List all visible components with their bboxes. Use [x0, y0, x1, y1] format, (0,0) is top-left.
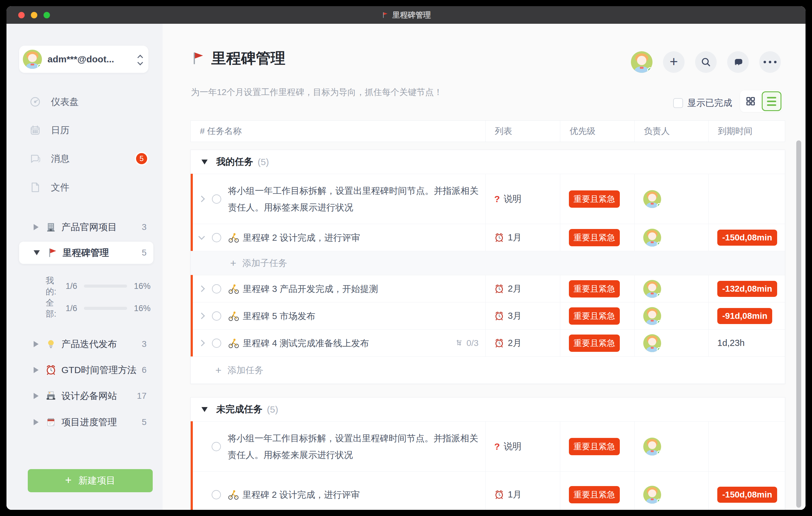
current-user-avatar[interactable] [631, 51, 652, 73]
list-view-button[interactable] [762, 91, 781, 111]
task-due-cell[interactable]: -150d,08min [708, 471, 785, 510]
more-button[interactable] [759, 51, 781, 73]
group-header[interactable]: 我的任务 (5) [191, 150, 785, 174]
priority-badge: 重要且紧急 [569, 335, 620, 352]
task-list-cell[interactable]: 3月 [485, 303, 560, 329]
task-list-cell[interactable]: 1月 [485, 224, 560, 251]
task-priority-cell[interactable]: 重要且紧急 [560, 471, 634, 510]
progress-bar [84, 285, 127, 288]
expand-chevron-icon[interactable] [198, 313, 205, 319]
task-list-cell[interactable]: ? 说明 [485, 174, 560, 224]
expand-arrow-icon[interactable] [34, 341, 38, 347]
add-subtask-row[interactable]: + 添加子任务 [191, 251, 785, 275]
task-priority-cell[interactable]: 重要且紧急 [560, 275, 634, 302]
task-complete-circle[interactable] [212, 339, 221, 348]
task-priority-cell[interactable]: 重要且紧急 [560, 174, 634, 224]
column-header-list[interactable]: 列表 [485, 121, 560, 142]
table-row[interactable]: 里程碑 2 设计完成，进行评审 1月 重要且紧急 -150d,08min [191, 224, 785, 251]
task-complete-circle[interactable] [212, 442, 221, 451]
grid-view-button[interactable] [741, 91, 760, 111]
zoom-window-button[interactable] [44, 12, 50, 18]
expand-arrow-icon[interactable] [34, 419, 38, 425]
task-due-cell[interactable] [708, 174, 785, 224]
task-due-cell[interactable]: 1d,23h [708, 329, 785, 356]
minimize-window-button[interactable] [31, 12, 37, 18]
expand-chevron-icon[interactable] [198, 285, 205, 292]
task-list-cell[interactable]: 2月 [485, 275, 560, 302]
project-item-milestone[interactable]: 里程碑管理 5 [19, 242, 153, 264]
page-subtitle: 为一年12个月设置工作里程碑，目标为导向，抓住每个关键节点！ [191, 86, 442, 98]
task-complete-circle[interactable] [212, 284, 221, 293]
priority-badge: 重要且紧急 [569, 486, 620, 503]
task-assignee-cell[interactable] [634, 174, 708, 224]
project-item-iteration[interactable]: 产品迭代发布 3 [19, 334, 153, 354]
column-header-due[interactable]: 到期时间 [708, 121, 785, 142]
task-assignee-cell[interactable] [634, 275, 708, 302]
project-item-gtd[interactable]: GTD时间管理方法 6 [19, 360, 153, 380]
task-assignee-cell[interactable] [634, 329, 708, 356]
project-item-official-site[interactable]: 产品官网项目 3 [19, 217, 153, 237]
new-project-button[interactable]: + 新建项目 [28, 469, 153, 492]
progress-label: 我的: [46, 275, 62, 297]
collapse-chevron-icon[interactable] [198, 233, 205, 240]
close-window-button[interactable] [18, 12, 25, 18]
column-header-assignee[interactable]: 负责人 [634, 121, 708, 142]
column-header-name[interactable]: # 任务名称 [191, 121, 485, 142]
table-row[interactable]: 里程碑 3 产品开发完成，开始提测 2月 重要且紧急 -132d,08min [191, 275, 785, 302]
group-header[interactable]: 未完成任务 (5) [191, 398, 785, 421]
task-due-cell[interactable] [708, 422, 785, 471]
sidebar-item-label: 仪表盘 [51, 96, 79, 108]
column-header-priority[interactable]: 优先级 [560, 121, 634, 142]
collapse-arrow-icon[interactable] [201, 160, 208, 165]
sidebar-item-calendar[interactable]: 日历 [29, 120, 153, 140]
show-completed-checkbox[interactable] [673, 98, 683, 108]
expand-chevron-icon[interactable] [198, 340, 205, 346]
expand-arrow-icon[interactable] [34, 367, 38, 373]
task-list-cell[interactable]: 1月 [485, 471, 560, 510]
table-row[interactable]: 里程碑 2 设计完成，进行评审 1月 重要且紧急 -150d,08min [191, 471, 785, 510]
sidebar-item-dashboard[interactable]: 仪表盘 [29, 92, 153, 112]
overdue-badge: -132d,08min [717, 281, 777, 297]
vertical-scrollbar[interactable] [796, 140, 801, 508]
search-button[interactable] [695, 51, 717, 73]
task-assignee-cell[interactable] [634, 422, 708, 471]
progress-ratio: 1/6 [66, 282, 78, 291]
sidebar-item-files[interactable]: 文件 [29, 177, 153, 197]
task-complete-circle[interactable] [212, 233, 221, 242]
project-item-design-sites[interactable]: 设计必备网站 17 [19, 386, 153, 406]
task-priority-cell[interactable]: 重要且紧急 [560, 422, 634, 471]
task-priority-cell[interactable]: 重要且紧急 [560, 224, 634, 251]
task-priority-cell[interactable]: 重要且紧急 [560, 303, 634, 329]
task-complete-circle[interactable] [212, 311, 221, 321]
user-account-selector[interactable]: adm***@doot... [19, 46, 148, 73]
task-assignee-cell[interactable] [634, 303, 708, 329]
task-title: 里程碑 4 测试完成准备线上发布 [243, 335, 369, 351]
list-label: 1月 [508, 231, 522, 244]
task-priority-cell[interactable]: 重要且紧急 [560, 329, 634, 356]
task-list-cell[interactable]: ? 说明 [485, 422, 560, 471]
expand-arrow-icon[interactable] [34, 224, 38, 230]
table-row[interactable]: 将小组一年工作目标拆解，设置出里程碑时间节点。并指派相关责任人。用标签来展示进行… [191, 174, 785, 224]
bulb-icon [45, 339, 56, 350]
table-row[interactable]: 里程碑 4 测试完成准备线上发布 0/3 2月 重要且紧急 1d [191, 329, 785, 356]
chat-button[interactable] [727, 51, 749, 73]
add-task-row[interactable]: + 添加任务 [191, 356, 785, 383]
project-item-progress-mgmt[interactable]: 项目进度管理 5 [19, 412, 153, 432]
collapse-arrow-icon[interactable] [201, 407, 208, 412]
expand-arrow-icon[interactable] [34, 393, 38, 399]
message-icon [29, 153, 41, 165]
task-complete-circle[interactable] [212, 194, 221, 204]
task-assignee-cell[interactable] [634, 224, 708, 251]
task-complete-circle[interactable] [212, 490, 221, 499]
sidebar-item-messages[interactable]: 消息 5 [29, 149, 153, 169]
add-button[interactable]: + [663, 51, 685, 73]
collapse-arrow-icon[interactable] [34, 250, 40, 255]
task-assignee-cell[interactable] [634, 471, 708, 510]
task-list-cell[interactable]: 2月 [485, 329, 560, 356]
task-due-cell[interactable]: -150d,08min [708, 224, 785, 251]
table-row[interactable]: 将小组一年工作目标拆解，设置出里程碑时间节点。并指派相关责任人。用标签来展示进行… [191, 421, 785, 471]
task-due-cell[interactable]: -132d,08min [708, 275, 785, 302]
table-row[interactable]: 里程碑 5 市场发布 3月 重要且紧急 -91d,08min [191, 302, 785, 329]
task-due-cell[interactable]: -91d,08min [708, 303, 785, 329]
expand-chevron-icon[interactable] [198, 196, 205, 202]
